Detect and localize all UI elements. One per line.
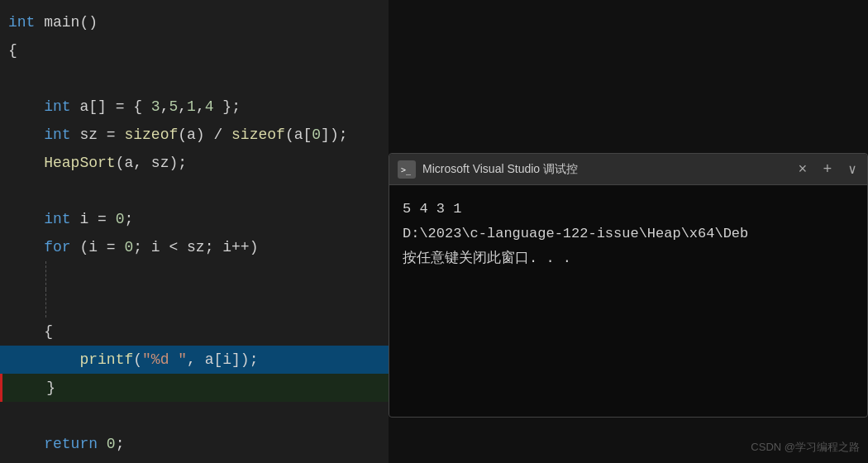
terminal-dropdown-btn[interactable]: ∨ bbox=[846, 163, 859, 176]
terminal-titlebar: >_ Microsoft Visual Studio 调试控 × + ∨ bbox=[389, 154, 867, 185]
code-line-close-brace2: } bbox=[0, 374, 389, 402]
watermark: CSDN @学习编程之路 bbox=[751, 440, 860, 455]
code-line-main: int main() bbox=[0, 8, 389, 36]
terminal-add-btn[interactable]: + bbox=[821, 163, 834, 176]
svg-text:>_: >_ bbox=[401, 165, 412, 175]
code-line-blank5 bbox=[0, 402, 389, 430]
code-line-open-brace2: { bbox=[0, 317, 389, 346]
code-line-for: for (i = 0; i < sz; i++) bbox=[0, 233, 389, 261]
code-line-return: return 0; bbox=[0, 430, 389, 458]
terminal-app-icon: >_ bbox=[398, 160, 416, 179]
code-line-open-brace: { bbox=[0, 36, 389, 64]
code-line-int-a: int a[] = { 3,5,1,4 }; bbox=[0, 93, 389, 121]
terminal-output-line-3: 按任意键关闭此窗口. . . bbox=[403, 246, 854, 271]
code-line-blank4 bbox=[0, 289, 389, 317]
terminal-close-btn[interactable]: × bbox=[796, 163, 809, 176]
code-line-blank1 bbox=[0, 64, 389, 93]
code-line-blank2 bbox=[0, 177, 389, 205]
terminal-output-line-1: 5 4 3 1 bbox=[403, 197, 854, 222]
terminal-output-line-2: D:\2023\c-language-122-issue\Heap\x64\De… bbox=[403, 222, 854, 246]
terminal-body: 5 4 3 1 D:\2023\c-language-122-issue\Hea… bbox=[389, 185, 867, 417]
code-line-heapsort: HeapSort(a, sz); bbox=[0, 149, 389, 177]
terminal-title: Microsoft Visual Studio 调试控 bbox=[422, 162, 789, 177]
code-line-blank3 bbox=[0, 261, 389, 289]
code-line-printf: printf("%d ", a[i]); bbox=[0, 346, 389, 374]
terminal-window: >_ Microsoft Visual Studio 调试控 × + ∨ 5 4… bbox=[389, 153, 868, 418]
code-line-int-i: int i = 0; bbox=[0, 205, 389, 233]
code-line-close-brace3: } bbox=[0, 458, 389, 463]
code-editor: int main() { int a[] = { 3,5,1,4 }; int … bbox=[0, 0, 389, 463]
code-line-int-sz: int sz = sizeof(a) / sizeof(a[0]); bbox=[0, 121, 389, 149]
keyword-int-main: int bbox=[8, 8, 35, 36]
